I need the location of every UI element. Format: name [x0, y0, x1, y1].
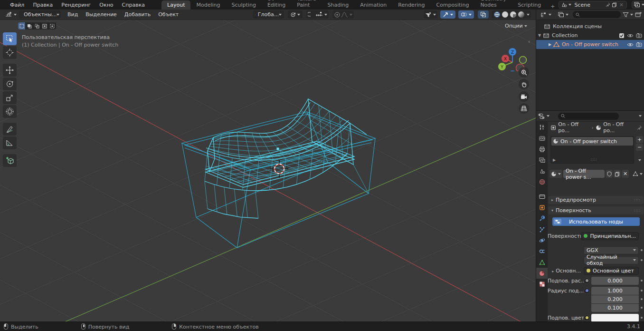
keyframe-dot[interactable] — [641, 298, 643, 300]
snap-magnet-icon[interactable] — [308, 11, 314, 18]
radius-x-field[interactable]: 1.000 — [591, 287, 639, 295]
scene-selector[interactable]: Scene ✕ — [559, 1, 627, 9]
menu-object[interactable]: Объект — [154, 11, 182, 18]
tab-sculpting[interactable]: Sculpting — [226, 0, 262, 10]
fake-user-button[interactable] — [606, 170, 613, 178]
material-name-field[interactable]: On - Off power s... — [563, 170, 605, 178]
new-collection-button[interactable] — [635, 11, 642, 18]
panel-preview[interactable]: ▸ Предпросмотр ∷∷ — [549, 196, 644, 204]
object-visibility-dropdown[interactable] — [424, 10, 437, 19]
object-render-icon[interactable] — [636, 42, 642, 47]
new-material-button[interactable] — [614, 170, 621, 178]
tab-animation[interactable]: Animation — [354, 0, 392, 10]
tab-material[interactable] — [536, 268, 548, 279]
collection-hide-icon[interactable] — [627, 33, 634, 38]
tool-scale[interactable] — [3, 91, 17, 104]
editor-type-button[interactable] — [3, 10, 19, 19]
object-hide-icon[interactable] — [627, 42, 634, 47]
panel-surface[interactable]: ▾ Поверхность ∷∷ — [549, 206, 644, 214]
unlink-scene-icon[interactable]: ✕ — [618, 2, 625, 8]
slot-list-grip[interactable]: ∷∷ — [591, 157, 597, 162]
surface-shader-dropdown[interactable]: Принципиальн... — [581, 232, 639, 240]
outliner-row-scene-collection[interactable]: Коллекция сцены — [536, 22, 644, 31]
proportional-edit-icon[interactable] — [334, 11, 341, 18]
scene-collection-label[interactable]: Коллекция сцены — [553, 23, 602, 29]
keyframe-dot[interactable] — [641, 259, 643, 261]
subsurface-socket[interactable] — [584, 278, 590, 284]
select-subtract-button[interactable] — [33, 22, 41, 29]
menu-select[interactable]: Выделение — [82, 11, 121, 18]
shading-material-button[interactable] — [510, 11, 516, 18]
subsurface-value-field[interactable]: 0.000 — [591, 277, 639, 285]
options-dropdown[interactable]: Опции — [505, 23, 527, 29]
new-scene-icon[interactable] — [611, 2, 618, 8]
breadcrumb-object[interactable]: On - Off po... — [558, 122, 589, 134]
shading-rendered-button[interactable] — [518, 11, 524, 18]
tab-tool[interactable] — [536, 122, 548, 133]
add-workspace-button[interactable]: + — [547, 3, 559, 10]
outliner-filter-button[interactable] — [623, 12, 633, 18]
menu-edit[interactable]: Правка — [28, 2, 57, 8]
tab-scene[interactable] — [536, 166, 548, 176]
unlink-material-button[interactable]: ✕ — [622, 170, 629, 178]
ortho-toggle-button[interactable] — [519, 103, 529, 114]
tab-uv-editing[interactable]: UV Editing — [262, 0, 291, 10]
tool-move[interactable] — [3, 64, 17, 77]
browse-material-button[interactable] — [549, 170, 562, 178]
add-slot-button[interactable]: + — [636, 136, 643, 143]
gizmos-toggle[interactable] — [440, 10, 455, 19]
properties-search[interactable] — [558, 113, 619, 120]
tool-cursor[interactable] — [3, 46, 17, 59]
material-slot-list[interactable]: On - Off power switch ▶ ∷∷ — [550, 136, 634, 164]
tab-output[interactable] — [536, 144, 548, 155]
snap-target-icon[interactable] — [315, 11, 323, 18]
tab-modifiers[interactable] — [536, 213, 548, 224]
shading-solid-button[interactable] — [502, 11, 508, 18]
slot-specials-menu[interactable] — [636, 156, 643, 164]
menu-window[interactable]: Окно — [95, 2, 117, 8]
overlays-toggle[interactable] — [458, 10, 474, 19]
tab-texture-paint[interactable]: Texture Paint — [291, 0, 322, 10]
tab-texture[interactable] — [536, 279, 548, 290]
distribution-dropdown[interactable]: GGX — [584, 246, 639, 254]
subsurface-color-socket[interactable] — [584, 315, 590, 321]
menu-view[interactable]: Вид — [64, 11, 82, 18]
radius-socket[interactable] — [584, 288, 590, 294]
gizmo-z-negative[interactable] — [509, 71, 516, 71]
properties-editor-type[interactable] — [538, 113, 549, 119]
shading-dropdown-chevron[interactable] — [527, 14, 530, 16]
viewport-canvas[interactable] — [0, 20, 536, 321]
gizmo-y-negative[interactable] — [520, 57, 527, 64]
tab-constraints[interactable] — [536, 246, 548, 257]
gizmo-y-label[interactable]: Y — [500, 65, 503, 69]
slot-expand-arrow[interactable]: ▶ — [553, 158, 556, 162]
pin-id-icon[interactable] — [637, 125, 642, 130]
tab-rendering[interactable]: Rendering — [392, 0, 430, 10]
scene-name[interactable]: Scene — [571, 2, 605, 8]
snap-dropdown-chevron[interactable] — [324, 14, 327, 16]
menu-add[interactable]: Добавить — [121, 11, 154, 18]
keyframe-dot[interactable] — [641, 290, 643, 292]
panel-preview-grip[interactable]: ∷∷ — [635, 198, 641, 203]
viewlayer-selector[interactable]: ViewLayer ✕ — [632, 1, 644, 9]
tool-transform[interactable] — [3, 105, 17, 118]
tab-render[interactable] — [536, 133, 548, 144]
properties-options-chevron[interactable] — [639, 115, 642, 117]
tab-view-layer[interactable] — [536, 155, 548, 166]
pan-button[interactable] — [519, 79, 529, 89]
subsurface-method-dropdown[interactable]: Случайный обход — [584, 256, 639, 264]
pivot-point-dropdown[interactable] — [288, 10, 303, 19]
collection-label[interactable]: Collection — [552, 32, 578, 39]
breadcrumb-material[interactable]: On - Off po... — [603, 122, 635, 134]
tab-physics[interactable] — [536, 235, 548, 246]
transform-orientation-dropdown[interactable]: Глоба... — [253, 10, 284, 19]
menu-render[interactable]: Рендеринг — [57, 2, 95, 8]
keyframe-dot[interactable] — [641, 307, 643, 309]
pin-icon[interactable] — [605, 2, 611, 8]
gizmo-z-label[interactable]: Z — [511, 50, 514, 55]
zoom-button[interactable] — [519, 67, 529, 78]
menu-file[interactable]: Файл — [6, 2, 28, 8]
collection-checkbox[interactable] — [619, 33, 625, 39]
remove-slot-button[interactable]: − — [636, 144, 643, 151]
tool-add-cube[interactable] — [3, 154, 17, 167]
